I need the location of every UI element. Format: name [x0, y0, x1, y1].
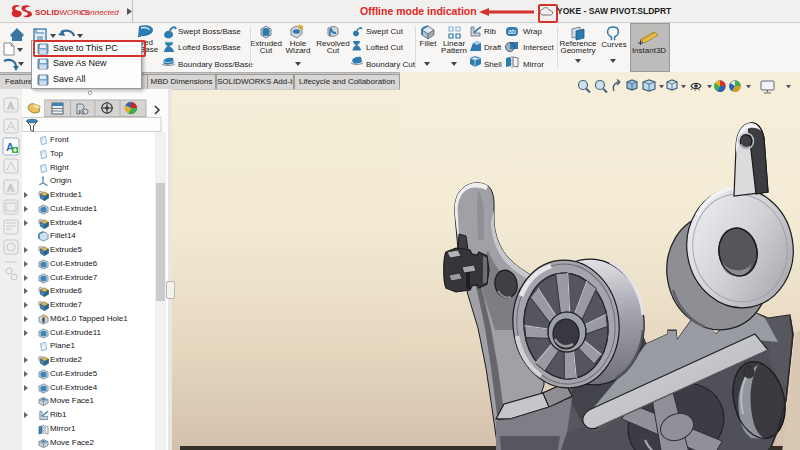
svg-text:ab: ab — [508, 28, 516, 35]
svg-text:A: A — [7, 182, 15, 193]
svg-text:A: A — [7, 100, 15, 111]
svg-text:Connected: Connected — [80, 8, 119, 17]
